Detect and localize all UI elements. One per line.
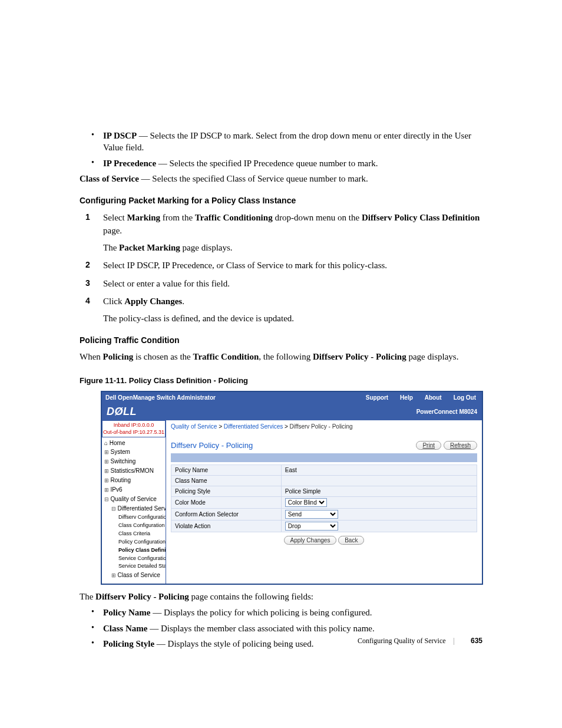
nav-class-config[interactable]: Class Configuration xyxy=(104,522,166,530)
list-item: Click Apply Changes. The policy-class is… xyxy=(80,295,482,325)
nav-switching[interactable]: Switching xyxy=(104,457,166,466)
divider-icon: | xyxy=(454,637,455,645)
policing-para: When Policing is chosen as the Traffic C… xyxy=(80,351,482,363)
after-shot-para: The Diffserv Policy - Policing page cont… xyxy=(80,591,482,603)
value-policing-style: Police Simple xyxy=(281,486,477,497)
page-footer: Configuring Quality of Service | 635 xyxy=(358,637,482,645)
list-item: Policy Name — Displays the policy for wh… xyxy=(80,607,482,618)
label-policy-name: Policy Name xyxy=(171,465,282,476)
select-conform-action[interactable]: Send xyxy=(285,510,338,519)
text: Traffic Conditioning xyxy=(195,213,273,222)
nav-policy-config[interactable]: Policy Configuration xyxy=(104,538,166,546)
table-row: Violate ActionDrop xyxy=(171,521,477,532)
term: IP DSCP xyxy=(103,131,137,140)
text: Apply Changes xyxy=(124,297,182,306)
text: is chosen as the xyxy=(133,352,193,361)
nav-ipv6[interactable]: IPv6 xyxy=(104,485,166,495)
text: from the xyxy=(160,213,195,222)
model-label: PowerConnect M8024 xyxy=(416,409,482,415)
label-violate-action: Violate Action xyxy=(171,521,282,532)
list-item: IP Precedence — Selects the specified IP… xyxy=(80,157,482,169)
nav-stats[interactable]: Statistics/RMON xyxy=(104,466,166,476)
text: The policy-class is defined, and the dev… xyxy=(103,312,482,325)
figure-caption: Figure 11-11. Policy Class Definition - … xyxy=(80,376,482,385)
term: Policing Style xyxy=(103,639,154,648)
text: Diffserv Policy Class Definition xyxy=(362,213,480,222)
crumb-current: Diffserv Policy - Policing xyxy=(290,423,353,430)
nav-routing[interactable]: Routing xyxy=(104,476,166,485)
table-row: Color ModeColor Blind xyxy=(171,497,477,509)
back-button[interactable]: Back xyxy=(338,536,364,545)
breadcrumb: Quality of Service > Differentiated Serv… xyxy=(166,420,482,433)
label-conform-action: Conform Action Selector xyxy=(171,509,282,521)
content-panel: Quality of Service > Differentiated Serv… xyxy=(166,420,482,584)
text: When xyxy=(80,352,103,361)
value-class-name xyxy=(281,476,477,486)
nav-system[interactable]: System xyxy=(104,447,166,457)
nav-class-criteria[interactable]: Class Criteria xyxy=(104,530,166,538)
list-item: Select IP DSCP, IP Precedence, or Class … xyxy=(80,259,482,272)
text: Diffserv Policy - Policing xyxy=(95,592,189,601)
table-row: Policy NameEast xyxy=(171,465,477,476)
label-class-name: Class Name xyxy=(171,476,282,486)
desc: — Displays the style of policing being u… xyxy=(154,639,313,648)
window-title: Dell OpenManage Switch Administrator xyxy=(102,394,216,401)
heading-config-marking: Configuring Packet Marking for a Policy … xyxy=(80,196,482,205)
text: page. xyxy=(103,226,122,235)
text: drop-down menu on the xyxy=(273,213,362,222)
nav-service-stats[interactable]: Service Detailed Statist xyxy=(104,562,166,571)
text: Traffic Condition xyxy=(193,352,259,361)
text: page displays. xyxy=(406,352,459,361)
table-row: Policing StylePolice Simple xyxy=(171,486,477,497)
nav-diffserv-config[interactable]: Diffserv Configuration xyxy=(104,513,166,522)
link-logout[interactable]: Log Out xyxy=(448,394,482,401)
footer-section: Configuring Quality of Service xyxy=(358,637,446,645)
value-policy-name: East xyxy=(281,465,477,476)
section-bar xyxy=(171,453,477,462)
window-titlebar: Dell OpenManage Switch Administrator Sup… xyxy=(102,392,482,403)
nav-diffserv[interactable]: Differentiated Services xyxy=(104,504,166,513)
text: page contains the following fields: xyxy=(189,592,313,601)
text: Packet Marking xyxy=(119,243,180,252)
term: Class of Service xyxy=(80,174,139,183)
form-table: Policy NameEast Class Name Policing Styl… xyxy=(171,465,477,532)
text: . xyxy=(182,297,184,306)
refresh-button[interactable]: Refresh xyxy=(444,441,477,450)
select-violate-action[interactable]: Drop xyxy=(285,522,338,531)
nav-sidebar: Inband IP:0.0.0.0 Out-of-band IP:10.27.5… xyxy=(102,420,166,584)
text: page displays. xyxy=(180,243,233,252)
screenshot-diffserv-policing: Dell OpenManage Switch Administrator Sup… xyxy=(101,391,483,585)
nav-service-config[interactable]: Service Configuration xyxy=(104,555,166,563)
text: The xyxy=(103,243,119,252)
desc: — Selects the specified IP Precedence qu… xyxy=(156,159,378,168)
ip-info: Inband IP:0.0.0.0 Out-of-band IP:10.27.5… xyxy=(102,420,166,437)
text: Diffserv Policy - Policing xyxy=(313,352,406,361)
nav-qos[interactable]: Quality of Service xyxy=(104,495,166,504)
desc: — Displays the policy for which policing… xyxy=(150,608,372,617)
select-color-mode[interactable]: Color Blind xyxy=(285,498,327,507)
inband-ip: Inband IP:0.0.0.0 xyxy=(103,422,165,429)
link-help[interactable]: Help xyxy=(394,394,419,401)
desc: — Displays the member class associated w… xyxy=(147,624,374,633)
apply-changes-button[interactable]: Apply Changes xyxy=(284,536,337,545)
term: Policy Name xyxy=(103,608,150,617)
nav-policy-class-def[interactable]: Policy Class Definition xyxy=(104,546,166,555)
crumb-diffserv[interactable]: Differentiated Services xyxy=(224,423,283,430)
link-about[interactable]: About xyxy=(419,394,448,401)
desc: — Selects the IP DSCP to mark. Select fr… xyxy=(103,131,471,152)
text: , the following xyxy=(259,352,313,361)
print-button[interactable]: Print xyxy=(416,441,441,450)
nav-home[interactable]: Home xyxy=(104,439,166,448)
list-item: IP DSCP — Selects the IP DSCP to mark. S… xyxy=(80,130,482,154)
nav-cos[interactable]: Class of Service xyxy=(104,571,166,580)
bullet-list-top: IP DSCP — Selects the IP DSCP to mark. S… xyxy=(80,130,482,169)
top-links: Support Help About Log Out xyxy=(360,394,482,401)
brand-bar: DØLL PowerConnect M8024 xyxy=(102,403,482,420)
panel-title: Diffserv Policy - Policing xyxy=(171,441,253,450)
cos-line: Class of Service — Selects the specified… xyxy=(80,173,482,185)
crumb-qos[interactable]: Quality of Service xyxy=(171,423,217,430)
link-support[interactable]: Support xyxy=(360,394,394,401)
list-item: Select Marking from the Traffic Conditio… xyxy=(80,211,482,255)
text: Marking xyxy=(127,213,160,222)
label-policing-style: Policing Style xyxy=(171,486,282,497)
